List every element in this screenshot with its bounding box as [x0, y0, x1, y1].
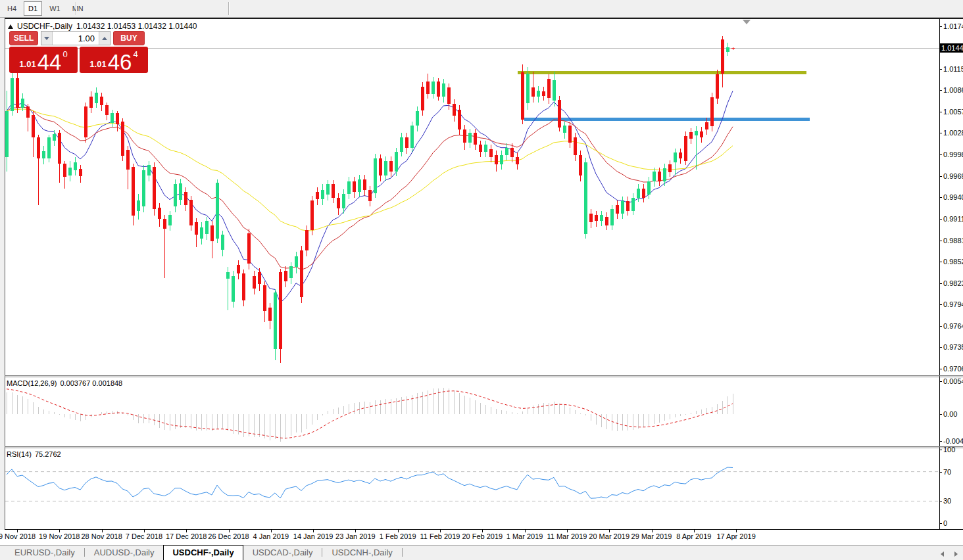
svg-text:17 Dec 2018: 17 Dec 2018	[166, 532, 207, 540]
macd-label: MACD(12,26,9)0.003767 0.001848	[7, 379, 126, 387]
svg-text:29 Mar 2019: 29 Mar 2019	[631, 532, 672, 540]
svg-text:11 Mar 2019: 11 Mar 2019	[547, 532, 587, 540]
tab-divider	[402, 548, 403, 557]
svg-text:0.005429: 0.005429	[943, 377, 963, 385]
chart-shift-marker-icon[interactable]	[743, 20, 751, 24]
bid-prefix: 1.01	[19, 60, 36, 68]
chart-left-border	[5, 19, 5, 530]
bid-main-digits: 44	[37, 53, 62, 71]
candles	[5, 36, 735, 363]
chart-title: USDCHF-,Daily 1.01432 1.01453 1.01432 1.…	[8, 22, 197, 31]
bid-pip-digit: 0	[62, 50, 67, 58]
volume-stepper	[41, 31, 111, 45]
toolbar-separator	[228, 2, 229, 15]
up-triangle-icon[interactable]	[8, 24, 13, 29]
svg-text:26 Dec 2018: 26 Dec 2018	[208, 532, 249, 540]
one-click-trade-panel: SELL BUY 1.01 44 0 1.01 46 4	[9, 31, 150, 73]
svg-text:70: 70	[943, 468, 951, 476]
svg-text:1.00865: 1.00865	[943, 86, 963, 94]
svg-text:0.98815: 0.98815	[943, 237, 963, 245]
svg-text:0.98230: 0.98230	[943, 279, 963, 287]
pane-splitter	[0, 377, 963, 377]
rsi-label: RSI(14)75.2762	[7, 450, 64, 458]
buy-button[interactable]: BUY	[113, 31, 145, 45]
chart-top-border	[0, 18, 963, 19]
svg-text:0.97355: 0.97355	[943, 343, 963, 351]
timeframe-tab-h4[interactable]: H4	[3, 1, 21, 16]
svg-text:0.99695: 0.99695	[943, 172, 963, 180]
svg-text:100: 100	[943, 446, 955, 454]
svg-text:1.00570: 1.00570	[943, 108, 963, 116]
svg-text:30: 30	[943, 497, 951, 505]
svg-text:20 Mar 2019: 20 Mar 2019	[589, 532, 630, 540]
sell-button[interactable]: SELL	[9, 31, 38, 45]
symbol-tab-bar: EURUSD-,Daily AUDUSD-,Daily USDCHF-,Dail…	[0, 545, 963, 560]
svg-text:9 Nov 2018: 9 Nov 2018	[0, 532, 36, 540]
bid-price-box[interactable]: 1.01 44 0	[9, 47, 78, 73]
chevron-down-icon	[44, 37, 49, 40]
ask-price-box[interactable]: 1.01 46 4	[80, 47, 148, 73]
macd-name: MACD(12,26,9)	[7, 379, 57, 387]
time-axis-border	[0, 529, 963, 530]
volume-increase-button[interactable]	[99, 32, 110, 45]
svg-text:0.99400: 0.99400	[943, 193, 963, 201]
svg-text:20 Feb 2019: 20 Feb 2019	[462, 532, 503, 540]
rsi-name: RSI(14)	[7, 450, 32, 458]
pane-splitter	[0, 446, 963, 447]
svg-text:1.01440: 1.01440	[941, 44, 963, 52]
svg-text:0: 0	[943, 519, 947, 527]
ask-prefix: 1.01	[89, 60, 106, 68]
volume-decrease-button[interactable]	[41, 32, 53, 45]
svg-text:28 Nov 2018: 28 Nov 2018	[81, 532, 122, 540]
chart-symbol: USDCHF-,Daily	[17, 22, 72, 31]
tab-scroll-left-icon[interactable]	[941, 551, 944, 557]
svg-text:7 Dec 2018: 7 Dec 2018	[126, 532, 162, 540]
svg-text:0.97060: 0.97060	[943, 365, 963, 373]
axis-border	[939, 19, 940, 530]
pane-splitter	[0, 375, 963, 376]
svg-text:14 Jan 2019: 14 Jan 2019	[293, 532, 333, 540]
timeframe-tab-mn[interactable]: MN	[68, 1, 88, 16]
toolbar-separator	[76, 2, 76, 15]
svg-text:-0.004217: -0.004217	[943, 437, 963, 445]
svg-text:1 Feb 2019: 1 Feb 2019	[380, 532, 416, 540]
ask-pip-digit: 4	[133, 50, 137, 58]
svg-text:19 Nov 2018: 19 Nov 2018	[39, 532, 80, 540]
svg-text:17 Apr 2019: 17 Apr 2019	[716, 532, 755, 540]
svg-text:8 Apr 2019: 8 Apr 2019	[676, 532, 711, 540]
tab-audusd[interactable]: AUDUSD-,Daily	[85, 546, 164, 560]
svg-text:11 Feb 2019: 11 Feb 2019	[420, 532, 460, 540]
timeframe-tab-d1[interactable]: D1	[24, 1, 42, 16]
svg-text:0.00: 0.00	[943, 410, 957, 418]
rsi-value: 75.2762	[35, 450, 61, 458]
tab-usdchf[interactable]: USDCHF-,Daily	[163, 545, 243, 560]
timeframe-toolbar: H4 D1 W1 MN	[0, 0, 963, 18]
pane-splitter	[0, 448, 963, 448]
macd-values: 0.003767 0.001848	[60, 379, 122, 387]
chart-ohlc-values: 1.01432 1.01453 1.01432 1.01440	[76, 22, 197, 31]
svg-text:0.99985: 0.99985	[943, 151, 963, 158]
tab-usdcad[interactable]: USDCAD-,Daily	[243, 546, 322, 560]
chevron-up-icon	[102, 37, 107, 40]
timeframe-tab-w1[interactable]: W1	[45, 1, 65, 16]
svg-text:1.01740: 1.01740	[943, 22, 963, 30]
tab-eurusd[interactable]: EURUSD-,Daily	[5, 546, 84, 560]
svg-text:0.98525: 0.98525	[943, 258, 963, 266]
svg-text:0.99110: 0.99110	[943, 215, 963, 223]
resistance-ray[interactable]	[518, 71, 806, 74]
svg-text:23 Jan 2019: 23 Jan 2019	[335, 532, 376, 540]
chart-canvas[interactable]: 1.017401.011551.008651.005701.002800.999…	[0, 0, 963, 560]
ask-main-digits: 46	[108, 53, 132, 71]
tab-scroll-right-icon[interactable]	[954, 551, 958, 557]
volume-input[interactable]	[53, 32, 99, 45]
svg-text:1 Mar 2019: 1 Mar 2019	[506, 532, 543, 540]
support-ray[interactable]	[524, 118, 810, 121]
svg-text:4 Jan 2019: 4 Jan 2019	[253, 532, 289, 540]
tab-usdcnh[interactable]: USDCNH-,Daily	[322, 546, 401, 560]
macd-histogram	[7, 388, 733, 442]
svg-text:0.97645: 0.97645	[943, 322, 963, 330]
svg-text:1.00280: 1.00280	[943, 129, 963, 137]
svg-text:1.01155: 1.01155	[943, 65, 963, 73]
window-left-edge	[0, 18, 5, 530]
svg-text:0.97940: 0.97940	[943, 300, 963, 308]
